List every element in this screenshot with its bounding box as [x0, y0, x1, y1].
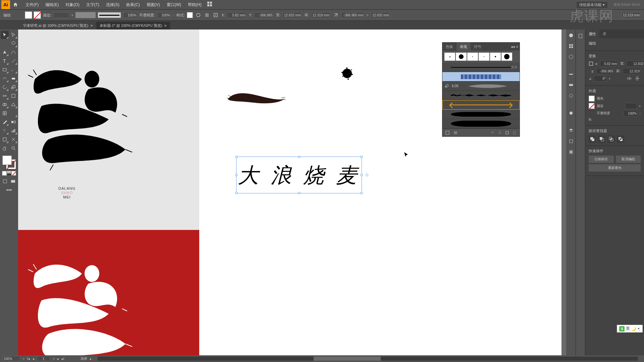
libraries-menu-icon[interactable]: [452, 130, 459, 136]
brush-swatch[interactable]: [479, 53, 489, 61]
brush-item-basic[interactable]: 基本: [442, 63, 520, 72]
brush-libraries-icon[interactable]: [444, 130, 450, 136]
shear-icon[interactable]: [332, 12, 339, 18]
nav-last-icon[interactable]: ▸I: [62, 357, 64, 361]
edit-toolbar[interactable]: •••: [1, 187, 17, 193]
perspective-tool[interactable]: [9, 101, 17, 109]
recolor-button[interactable]: 重新着色: [589, 164, 641, 172]
selection-tool[interactable]: [1, 31, 9, 39]
shape-builder-tool[interactable]: [1, 101, 9, 109]
resize-handle[interactable]: [361, 174, 363, 176]
close-icon[interactable]: ×: [164, 23, 167, 28]
recolor-icon[interactable]: [195, 12, 202, 18]
stroke-profile[interactable]: [75, 12, 96, 18]
color-panel-icon[interactable]: [567, 32, 575, 39]
resize-handle[interactable]: [235, 156, 237, 158]
prop-stroke-weight[interactable]: [625, 103, 637, 109]
graph-tool[interactable]: [9, 127, 17, 135]
swatches-panel-icon[interactable]: [567, 42, 575, 50]
screen-mode-icon[interactable]: [9, 178, 17, 184]
resize-handle[interactable]: [298, 192, 300, 194]
rectangle-tool[interactable]: [1, 66, 9, 74]
hand-tool[interactable]: [1, 144, 9, 152]
resize-handle[interactable]: [235, 192, 237, 194]
new-brush-icon[interactable]: [504, 130, 510, 136]
tab-doc-1[interactable]: 字体研究.ai @ 100% (CMYK/GPU 预览)×: [19, 22, 96, 29]
reference-point-icon[interactable]: [589, 61, 593, 67]
pathfinder-intersect[interactable]: [607, 135, 615, 143]
slice-tool[interactable]: [9, 135, 17, 143]
close-icon[interactable]: ×: [90, 23, 93, 28]
selected-object[interactable]: 大 浪 烧 麦: [236, 157, 362, 193]
style-swatch[interactable]: [187, 12, 193, 18]
artboard-number-input[interactable]: [37, 356, 50, 361]
prop-rotate-input[interactable]: [593, 75, 607, 81]
shaper-tool[interactable]: [1, 74, 9, 82]
right-readout[interactable]: [621, 12, 641, 18]
appearance-panel-icon[interactable]: [567, 109, 575, 117]
brush-item-heavy1[interactable]: [442, 110, 520, 119]
resize-handle[interactable]: [361, 192, 363, 194]
draw-normal-icon[interactable]: [1, 178, 9, 184]
transform-ref-icon[interactable]: [212, 12, 219, 18]
shear-input[interactable]: [341, 12, 365, 18]
type-tool[interactable]: T: [1, 57, 9, 65]
color-guide-icon[interactable]: [567, 53, 575, 60]
h-input[interactable]: [311, 12, 330, 18]
resize-handle[interactable]: [298, 156, 300, 158]
panel-menu-icon[interactable]: ≡: [516, 45, 518, 49]
tab-swatches[interactable]: 色板: [442, 43, 457, 51]
artboards-panel-icon[interactable]: [567, 148, 575, 156]
menu-effect[interactable]: 效果(C): [123, 2, 143, 8]
brush-swatch[interactable]: [490, 53, 501, 61]
line-tool[interactable]: [9, 57, 17, 65]
menu-object[interactable]: 对象(O): [62, 2, 83, 8]
nav-prev-icon[interactable]: ◂: [33, 357, 34, 361]
opacity-input[interactable]: [157, 12, 171, 18]
color-mode-gradient[interactable]: [7, 171, 11, 176]
prop-opacity-input[interactable]: [624, 110, 638, 116]
scale-tool[interactable]: [9, 83, 17, 91]
search-stock[interactable]: 搜索 Adobe Stock: [611, 2, 643, 7]
side-handle[interactable]: [366, 174, 368, 176]
delete-brush-icon[interactable]: [512, 130, 518, 136]
fill-mini-swatch[interactable]: [589, 96, 595, 102]
pathfinder-minus[interactable]: [598, 135, 605, 143]
nav-next-icon[interactable]: ▸: [57, 357, 59, 361]
tab-properties[interactable]: 属性: [585, 29, 599, 38]
brush-scale-input[interactable]: [123, 12, 137, 18]
curvature-tool[interactable]: [9, 48, 17, 56]
brush-item-arrow[interactable]: [442, 100, 520, 110]
resize-handle[interactable]: [235, 174, 237, 176]
collapse-icon[interactable]: ◂◂: [511, 45, 515, 49]
prop-y-input[interactable]: [596, 68, 614, 74]
tab-symbols[interactable]: 符号: [471, 43, 485, 51]
arrange-docs-icon[interactable]: [207, 1, 214, 8]
brush-item-heavy2[interactable]: [442, 119, 520, 128]
tab-doc-2[interactable]: 未标题-1* @ 100% (CMYK/GPU 预览)×: [96, 22, 170, 29]
brush-swatch[interactable]: [467, 53, 478, 61]
brush-swatch[interactable]: [456, 53, 467, 61]
pathfinder-unite[interactable]: [589, 135, 596, 143]
prop-x-input[interactable]: [600, 61, 618, 67]
pathfinder-exclude[interactable]: [617, 135, 624, 143]
transparency-panel-icon[interactable]: [567, 92, 575, 99]
rotate-tool[interactable]: [1, 83, 9, 91]
brush-item-scale[interactable]: [442, 72, 520, 81]
stroke-swatch[interactable]: [34, 11, 41, 19]
blend-tool[interactable]: [9, 118, 17, 126]
menu-window[interactable]: 窗口(W): [163, 2, 184, 8]
eraser-tool[interactable]: [9, 74, 17, 82]
brush-item-width[interactable]: 🔊 6.00: [442, 81, 520, 91]
y-input[interactable]: [254, 12, 273, 18]
zoom-tool[interactable]: [9, 144, 17, 152]
artboard-tool[interactable]: [1, 135, 9, 143]
menu-help[interactable]: 帮助(H): [184, 2, 205, 8]
width-tool[interactable]: [1, 92, 9, 100]
brush-swatch[interactable]: [501, 53, 512, 61]
gradient-panel-icon[interactable]: [567, 81, 575, 88]
x-input[interactable]: [227, 12, 246, 18]
stroke-panel-icon[interactable]: [567, 70, 575, 78]
brush-definition[interactable]: [98, 12, 121, 18]
extra-input[interactable]: [371, 12, 390, 18]
